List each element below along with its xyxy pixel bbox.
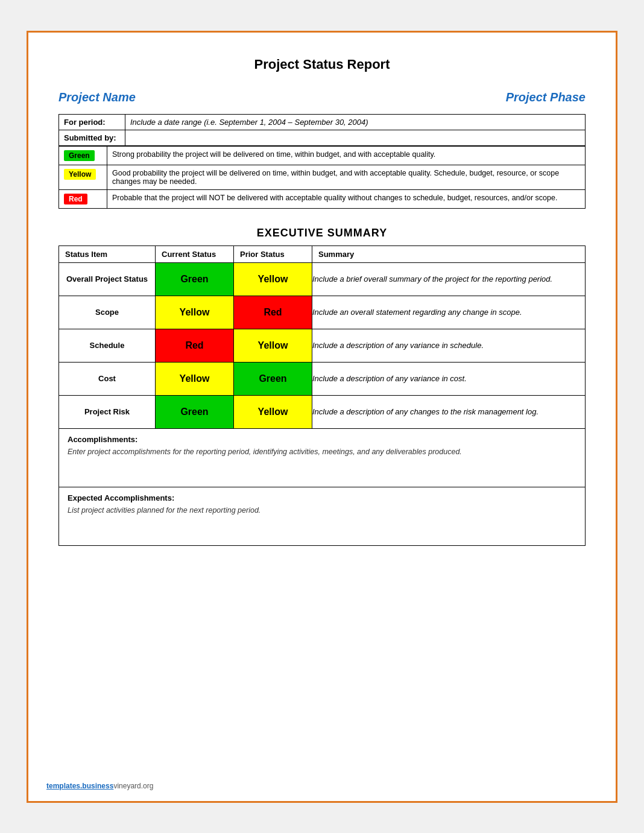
footer-suffix: vineyard.org [113, 782, 153, 790]
exec-row: Overall Project StatusGreenYellowInclude… [59, 262, 586, 296]
legend-red-desc: Probable that the project will NOT be de… [107, 189, 586, 208]
exec-current-status: Green [156, 395, 234, 428]
submitted-label: Submitted by: [59, 130, 125, 145]
legend-red-badge-cell: Red [59, 189, 107, 208]
col-prior-status: Prior Status [234, 245, 312, 262]
exec-current-status: Yellow [156, 296, 234, 329]
exec-row: ScopeYellowRedInclude an overall stateme… [59, 296, 586, 329]
exec-status-item: Schedule [59, 329, 156, 362]
exec-summary: Include a description of any variance in… [312, 329, 586, 362]
legend-green-desc: Strong probability the project will be d… [107, 146, 586, 165]
legend-red-row: Red Probable that the project will NOT b… [59, 189, 586, 208]
footer-brand: templates.business [46, 782, 113, 790]
col-status-item: Status Item [59, 245, 156, 262]
exec-row: CostYellowGreenInclude a description of … [59, 362, 586, 395]
expected-text: List project activities planned for the … [68, 506, 576, 539]
expected-section: Expected Accomplishments: List project a… [58, 487, 586, 546]
exec-summary: Include a description of any variance in… [312, 362, 586, 395]
footer: templates.businessvineyard.org [46, 782, 153, 790]
legend-green-row: Green Strong probability the project wil… [59, 146, 586, 165]
exec-prior-status: Green [234, 362, 312, 395]
info-table: For period: Include a date range (i.e. S… [58, 114, 586, 146]
project-phase-label: Project Phase [506, 90, 586, 104]
main-title: Project Status Report [58, 57, 586, 72]
legend-table: Green Strong probability the project wil… [58, 146, 586, 209]
period-value: Include a date range (i.e. September 1, … [125, 114, 586, 130]
legend-yellow-desc: Good probability the project will be del… [107, 165, 586, 189]
period-label: For period: [59, 114, 125, 130]
exec-row: ScheduleRedYellowInclude a description o… [59, 329, 586, 362]
accomplishments-title: Accomplishments: [68, 435, 576, 444]
report-page: Project Status Report Project Name Proje… [27, 31, 617, 803]
exec-status-item: Overall Project Status [59, 262, 156, 296]
exec-header-row: Status Item Current Status Prior Status … [59, 245, 586, 262]
exec-prior-status: Red [234, 296, 312, 329]
legend-yellow-row: Yellow Good probability the project will… [59, 165, 586, 189]
exec-current-status: Red [156, 329, 234, 362]
exec-prior-status: Yellow [234, 395, 312, 428]
exec-current-status: Yellow [156, 362, 234, 395]
exec-status-item: Project Risk [59, 395, 156, 428]
green-badge: Green [64, 150, 95, 161]
executive-summary-table: Status Item Current Status Prior Status … [58, 245, 586, 429]
legend-yellow-badge-cell: Yellow [59, 165, 107, 189]
exec-summary: Include an overall statement regarding a… [312, 296, 586, 329]
executive-summary-title: EXECUTIVE SUMMARY [58, 227, 586, 239]
exec-status-item: Cost [59, 362, 156, 395]
col-current-status: Current Status [156, 245, 234, 262]
col-summary: Summary [312, 245, 586, 262]
project-name-label: Project Name [58, 90, 136, 104]
project-header: Project Name Project Phase [58, 90, 586, 104]
accomplishments-text: Enter project accomplishments for the re… [68, 448, 576, 481]
expected-title: Expected Accomplishments: [68, 493, 576, 502]
exec-row: Project RiskGreenYellowInclude a descrip… [59, 395, 586, 428]
legend-green-badge-cell: Green [59, 146, 107, 165]
exec-summary: Include a description of any changes to … [312, 395, 586, 428]
exec-summary: Include a brief overall summary of the p… [312, 262, 586, 296]
exec-prior-status: Yellow [234, 329, 312, 362]
accomplishments-section: Accomplishments: Enter project accomplis… [58, 429, 586, 487]
exec-status-item: Scope [59, 296, 156, 329]
exec-prior-status: Yellow [234, 262, 312, 296]
submitted-value [125, 130, 586, 145]
period-row: For period: Include a date range (i.e. S… [59, 114, 586, 130]
submitted-row: Submitted by: [59, 130, 586, 145]
yellow-badge: Yellow [64, 169, 96, 180]
exec-current-status: Green [156, 262, 234, 296]
red-badge: Red [64, 194, 87, 204]
